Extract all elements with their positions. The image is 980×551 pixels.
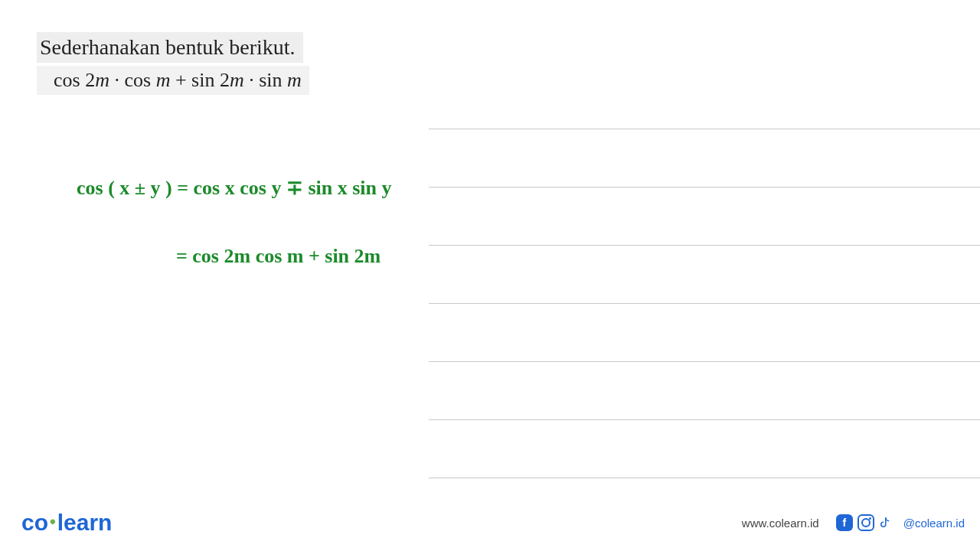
handwritten-identity: cos ( x ± y ) = cos x cos y ∓ sin x sin … <box>77 176 391 200</box>
tiktok-icon <box>879 514 896 531</box>
problem-block: Sederhanakan bentuk berikut. cos 2m · co… <box>37 32 309 95</box>
footer: co•learn www.colearn.id f @colearn.id <box>21 510 965 536</box>
social-group: f @colearn.id <box>836 514 965 531</box>
facebook-icon: f <box>836 514 853 531</box>
brand-logo: co•learn <box>21 510 112 536</box>
rule-line <box>429 187 980 187</box>
handwritten-substitution: = cos 2m cos m + sin 2m <box>176 245 381 268</box>
rule-line <box>429 245 980 246</box>
page: Sederhanakan bentuk berikut. cos 2m · co… <box>0 0 980 551</box>
instagram-icon <box>858 514 874 531</box>
footer-url: www.colearn.id <box>742 517 819 530</box>
problem-expression: cos 2m · cos m + sin 2m · sin m <box>37 66 309 95</box>
rule-line <box>429 419 980 420</box>
ruled-lines <box>429 129 980 536</box>
rule-line <box>429 303 980 304</box>
rule-line <box>429 361 980 362</box>
rule-line <box>429 129 980 129</box>
problem-title: Sederhanakan bentuk berikut. <box>37 32 303 63</box>
social-handle: @colearn.id <box>903 517 965 530</box>
logo-co: co <box>21 510 48 535</box>
rule-line <box>429 478 980 478</box>
logo-learn: learn <box>57 510 113 535</box>
logo-dot-icon: • <box>48 512 57 532</box>
